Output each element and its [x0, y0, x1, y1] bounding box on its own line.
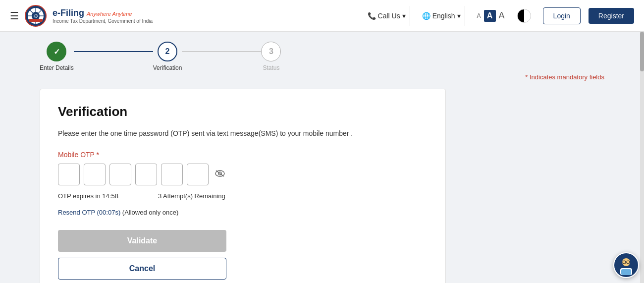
- lang-chevron-icon: ▾: [457, 12, 461, 20]
- otp-digit-2[interactable]: [84, 164, 106, 185]
- toggle-otp-visibility-icon[interactable]: [215, 170, 225, 180]
- call-chevron-icon: ▾: [402, 12, 406, 20]
- step-line-2: [182, 51, 261, 52]
- globe-icon: 🌐: [422, 12, 430, 20]
- otp-required-marker: *: [97, 151, 99, 159]
- step-1-label: Enter Details: [40, 64, 74, 71]
- step-1-circle: ✓: [47, 42, 66, 61]
- validate-button[interactable]: Validate: [58, 230, 226, 252]
- verification-card: Verification Please enter the one time p…: [40, 89, 446, 283]
- language-selector[interactable]: 🌐 English ▾: [418, 6, 465, 26]
- otp-label: Mobile OTP *: [58, 151, 428, 159]
- resend-otp-link[interactable]: Resend OTP (00:07s): [58, 209, 120, 216]
- header-right: 📞 Call Us ▾ 🌐 English ▾ A A A Login Regi…: [364, 6, 634, 26]
- svg-rect-8: [29, 19, 43, 22]
- font-normal-button[interactable]: A: [484, 10, 496, 22]
- svg-rect-14: [621, 269, 631, 275]
- phone-icon: 📞: [368, 12, 376, 20]
- font-controls: A A A: [473, 6, 509, 26]
- main-content: Verification Please enter the one time p…: [0, 89, 644, 283]
- step-2: 2 Verification: [153, 42, 182, 71]
- login-button[interactable]: Login: [543, 7, 581, 24]
- otp-info: OTP expires in 14:58 3 Attempt(s) Remain…: [58, 192, 428, 200]
- otp-digit-5[interactable]: [161, 164, 183, 185]
- hamburger-icon[interactable]: ☰: [10, 10, 19, 22]
- card-description: Please enter the one time password (OTP)…: [58, 128, 428, 139]
- otp-digit-1[interactable]: [58, 164, 80, 185]
- resend-line: Resend OTP (00:07s) (Allowed only once): [58, 209, 428, 216]
- header-left: ☰ e-Filing Anywhere Anytime Income Tax D…: [10, 5, 364, 27]
- header: ☰ e-Filing Anywhere Anytime Income Tax D…: [0, 0, 644, 32]
- logo-text: e-Filing Anywhere Anytime Income Tax Dep…: [53, 8, 153, 24]
- cancel-button[interactable]: Cancel: [58, 258, 226, 280]
- otp-digit-4[interactable]: [135, 164, 157, 185]
- font-increase-button[interactable]: A: [499, 10, 505, 21]
- step-3: 3 Status: [261, 42, 281, 71]
- font-decrease-button[interactable]: A: [477, 12, 481, 19]
- scrollbar[interactable]: [640, 32, 644, 283]
- mandatory-note: * Indicates mandatory fields: [40, 73, 604, 85]
- step-3-label: Status: [263, 64, 279, 71]
- otp-expiry: OTP expires in 14:58: [58, 192, 118, 200]
- logo-efiling: e-Filing Anywhere Anytime: [53, 8, 153, 18]
- chatbot-avatar-icon: [614, 253, 638, 277]
- stepper: ✓ Enter Details 2 Verification 3 Status: [40, 42, 604, 71]
- scrollbar-thumb[interactable]: [640, 32, 644, 71]
- chatbot-widget[interactable]: [613, 252, 639, 278]
- step-1: ✓ Enter Details: [40, 42, 74, 71]
- register-button[interactable]: Register: [589, 8, 634, 24]
- step-2-circle: 2: [158, 42, 177, 61]
- otp-attempts: 3 Attempt(s) Remaining: [158, 192, 225, 200]
- logo-subtitle: Income Tax Department, Government of Ind…: [53, 18, 153, 24]
- contrast-toggle-button[interactable]: [517, 9, 531, 23]
- logo-emblem: [25, 5, 47, 27]
- otp-digit-3[interactable]: [109, 164, 131, 185]
- step-3-circle: 3: [261, 42, 281, 61]
- step-line-1: [74, 51, 153, 52]
- resend-note-text: (Allowed only once): [122, 209, 178, 216]
- stepper-area: ✓ Enter Details 2 Verification 3 Status …: [0, 32, 644, 89]
- otp-digit-6[interactable]: [187, 164, 209, 185]
- step-2-label: Verification: [153, 64, 182, 71]
- call-us-link[interactable]: 📞 Call Us ▾: [364, 6, 410, 26]
- card-title: Verification: [58, 104, 428, 119]
- otp-input-group: [58, 164, 428, 185]
